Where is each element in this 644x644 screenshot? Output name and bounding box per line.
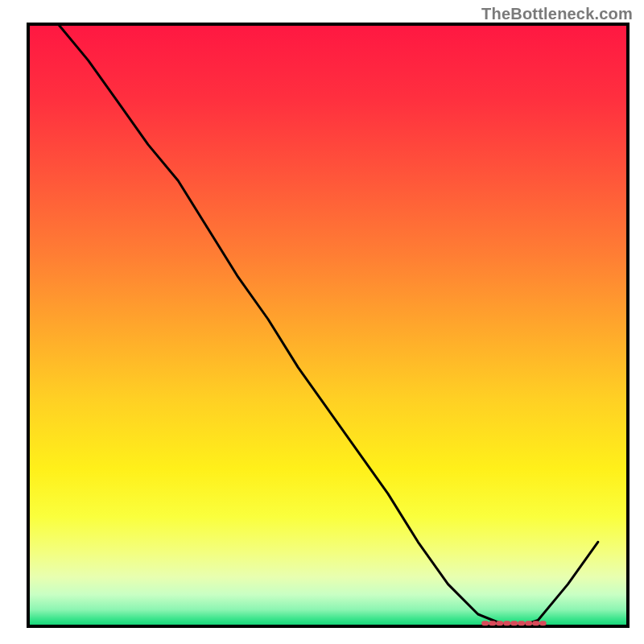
chart-container: TheBottleneck.com bbox=[0, 0, 644, 644]
watermark-label: TheBottleneck.com bbox=[481, 5, 633, 23]
bottleneck-chart bbox=[0, 0, 644, 644]
plot-background bbox=[30, 26, 626, 625]
